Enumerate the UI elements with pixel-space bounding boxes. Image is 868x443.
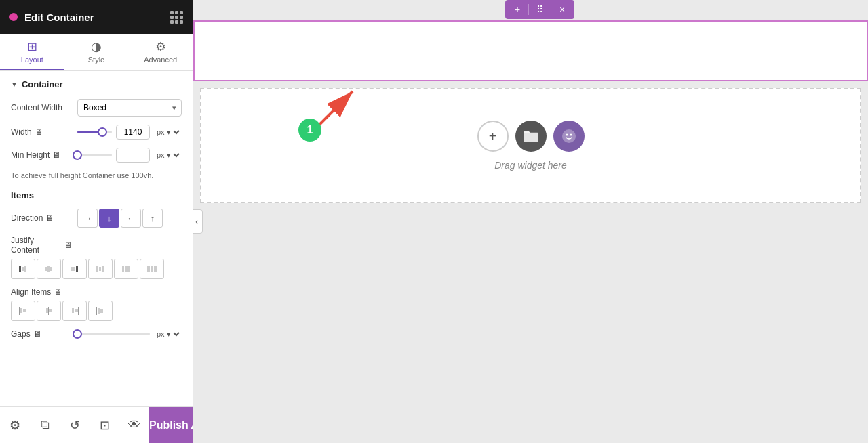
delete-toolbar-btn[interactable]: × — [553, 1, 572, 18]
justify-content-label-text: Justify Content — [11, 236, 61, 255]
content-width-row: Content Width Boxed Full Width — [11, 99, 182, 117]
direction-column-reverse-btn[interactable]: ↑ — [142, 209, 163, 228]
svg-rect-29 — [98, 308, 100, 314]
direction-monitor-icon: 🖥 — [45, 213, 54, 223]
annotation-number: 1 — [298, 119, 321, 142]
responsive-footer-btn[interactable]: ⊡ — [90, 407, 119, 444]
eye-footer-btn[interactable]: 👁 — [119, 407, 149, 444]
align-btn-group — [11, 301, 113, 321]
min-height-monitor-icon: 🖥 — [52, 150, 60, 160]
justify-content-label: Justify Content 🖥 — [11, 236, 72, 255]
justify-start-btn[interactable] — [11, 259, 35, 279]
toolbar-separator-2 — [551, 4, 551, 15]
svg-rect-23 — [49, 309, 52, 312]
gaps-label: Gaps 🖥 — [11, 329, 72, 339]
drag-toolbar-btn[interactable]: ⠿ — [530, 1, 549, 18]
publish-button[interactable]: Publish — [149, 407, 189, 444]
svg-rect-19 — [20, 308, 22, 313]
content-width-select[interactable]: Boxed Full Width — [77, 99, 182, 117]
toolbar-separator — [528, 4, 529, 15]
direction-row-reverse-btn[interactable]: ← — [121, 209, 141, 228]
header-title: Edit Container — [24, 12, 94, 23]
gaps-slider-thumb[interactable] — [73, 329, 82, 339]
justify-space-around-btn[interactable] — [114, 259, 138, 279]
smiley-widget-btn[interactable] — [553, 121, 585, 152]
width-monitor-icon: 🖥 — [35, 127, 43, 137]
justify-btn-group — [11, 259, 164, 279]
svg-rect-2 — [24, 266, 26, 272]
tab-layout[interactable]: ⊞ Layout — [0, 34, 64, 70]
align-center-btn[interactable] — [37, 301, 61, 321]
direction-label: Direction 🖥 — [11, 213, 72, 223]
height-note: To achieve full height Container use 100… — [11, 171, 182, 181]
svg-rect-27 — [96, 307, 97, 315]
min-height-slider-thumb[interactable] — [73, 150, 82, 160]
add-element-toolbar-btn[interactable]: + — [508, 1, 527, 18]
min-height-input[interactable] — [116, 148, 150, 163]
layers-footer-btn[interactable]: ⧉ — [30, 407, 60, 444]
align-monitor-icon: 🖥 — [54, 287, 62, 297]
justify-center-btn[interactable] — [37, 259, 61, 279]
width-input[interactable]: 1140 — [116, 125, 150, 140]
direction-column-btn[interactable]: ↓ — [99, 209, 119, 228]
svg-rect-24 — [78, 307, 79, 315]
svg-rect-4 — [47, 266, 50, 272]
min-height-slider-track[interactable] — [77, 154, 112, 156]
align-items-label-text: Align Items — [11, 287, 51, 297]
folder-widget-btn[interactable] — [515, 121, 547, 152]
svg-point-37 — [570, 134, 572, 136]
min-height-unit-select[interactable]: px ▾ % vh — [154, 150, 182, 160]
align-end-btn[interactable] — [62, 301, 87, 321]
widget-action-buttons: + — [477, 121, 585, 152]
svg-rect-1 — [22, 267, 24, 271]
sidebar-footer: ⚙ ⧉ ↺ ⊡ 👁 Publish ▲ — [0, 406, 193, 443]
tab-style[interactable]: ◑ Style — [64, 34, 129, 70]
justify-space-evenly-btn[interactable] — [140, 259, 164, 279]
svg-rect-34 — [524, 132, 538, 142]
width-row: Width 🖥 1140 px ▾ % vw — [11, 125, 182, 140]
gaps-label-text: Gaps — [11, 329, 31, 339]
direction-label-text: Direction — [11, 213, 43, 223]
add-widget-btn[interactable]: + — [477, 121, 509, 152]
gaps-slider-track[interactable] — [77, 333, 150, 335]
gaps-unit-select[interactable]: px ▾ em — [154, 329, 182, 339]
align-start-btn[interactable] — [11, 301, 35, 321]
svg-rect-21 — [48, 307, 49, 315]
justify-content-row: Justify Content 🖥 — [11, 236, 182, 279]
container-toolbar: + ⠿ × — [505, 0, 574, 19]
sidebar-collapse-btn[interactable]: ‹ — [193, 209, 203, 234]
width-slider-wrap: 1140 px ▾ % vw — [77, 125, 182, 140]
header-dot — [9, 13, 18, 21]
gaps-slider-wrap: px ▾ em — [77, 329, 182, 339]
svg-rect-17 — [154, 266, 157, 272]
justify-end-btn[interactable] — [62, 259, 87, 279]
svg-rect-11 — [102, 266, 104, 272]
advanced-tab-icon: ⚙ — [155, 41, 166, 53]
tab-advanced-label: Advanced — [144, 56, 177, 64]
min-height-slider-wrap: px ▾ % vh — [77, 148, 182, 163]
sidebar-tabs: ⊞ Layout ◑ Style ⚙ Advanced — [0, 34, 193, 71]
canvas-top-section — [193, 20, 868, 81]
tab-advanced[interactable]: ⚙ Advanced — [128, 34, 193, 70]
sidebar: Edit Container ⊞ Layout ◑ Style ⚙ Advanc… — [0, 0, 193, 443]
settings-footer-btn[interactable]: ⚙ — [0, 407, 30, 444]
items-section-title: Items — [11, 190, 182, 201]
width-slider-thumb[interactable] — [98, 127, 107, 137]
min-height-label-text: Min Height — [11, 150, 50, 160]
direction-row-btn[interactable]: → — [77, 209, 98, 228]
svg-rect-28 — [104, 307, 104, 315]
content-width-select-wrap: Boxed Full Width — [77, 99, 182, 117]
svg-rect-26 — [75, 309, 78, 312]
align-stretch-btn[interactable] — [88, 301, 113, 321]
svg-rect-22 — [46, 308, 48, 313]
svg-rect-9 — [96, 266, 98, 272]
canvas-drag-section: + Drag widget here — [200, 88, 861, 203]
tab-layout-label: Layout — [21, 56, 43, 64]
grid-icon[interactable] — [170, 11, 183, 24]
width-label-text: Width — [11, 127, 32, 137]
history-footer-btn[interactable]: ↺ — [60, 407, 90, 444]
justify-space-between-btn[interactable] — [88, 259, 113, 279]
width-unit-select[interactable]: px ▾ % vw — [154, 127, 182, 137]
svg-rect-8 — [76, 266, 78, 272]
width-slider-track[interactable] — [77, 131, 112, 133]
